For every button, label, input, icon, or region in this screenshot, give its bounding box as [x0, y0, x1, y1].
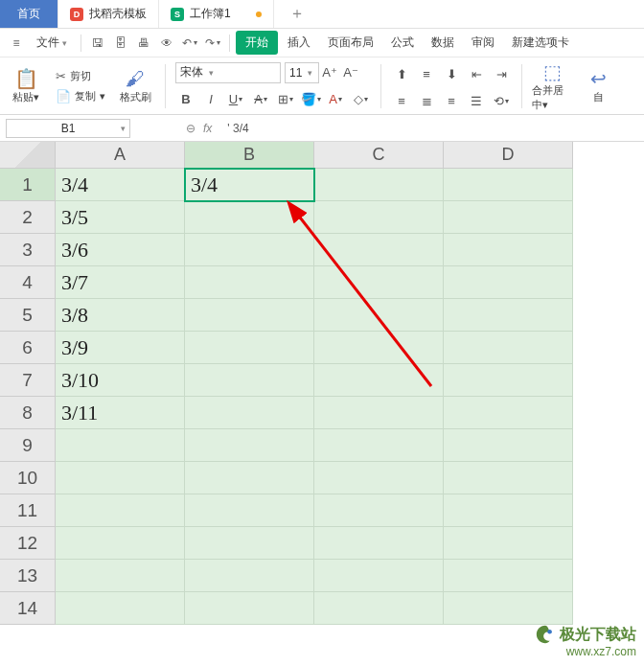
row-header-10[interactable]: 10: [0, 462, 56, 494]
cell-D3[interactable]: [444, 234, 573, 266]
row-header-6[interactable]: 6: [0, 332, 56, 364]
col-header-A[interactable]: A: [56, 142, 185, 169]
row-header-2[interactable]: 2: [0, 201, 56, 234]
print-preview-icon[interactable]: 👁: [156, 33, 177, 54]
row-header-11[interactable]: 11: [0, 494, 56, 527]
strikethrough-button[interactable]: A: [250, 89, 271, 110]
cell-A4[interactable]: 3/7: [56, 266, 185, 299]
save-icon[interactable]: 🖫: [87, 33, 108, 54]
cell-B1[interactable]: 3/4: [185, 169, 314, 201]
menu-start[interactable]: 开始: [236, 31, 278, 55]
cell-D7[interactable]: [444, 364, 573, 397]
align-middle-button[interactable]: ≡: [416, 64, 437, 85]
align-center-button[interactable]: ≣: [416, 91, 437, 112]
cell-A6[interactable]: 3/9: [56, 332, 185, 364]
cell-C14[interactable]: [314, 592, 444, 625]
auto-wrap-button[interactable]: ↩ 自: [578, 67, 618, 104]
cell-B9[interactable]: [185, 429, 314, 462]
format-painter-button[interactable]: 🖌 格式刷: [115, 68, 155, 104]
cell-D14[interactable]: [444, 592, 573, 625]
font-color-button[interactable]: A: [325, 89, 346, 110]
cell-B14[interactable]: [185, 592, 314, 625]
app-menu-icon[interactable]: ≡: [6, 33, 27, 54]
undo-icon[interactable]: ↶: [179, 33, 200, 54]
cell-D1[interactable]: [444, 169, 573, 201]
cell-A2[interactable]: 3/5: [56, 201, 185, 234]
cell-A5[interactable]: 3/8: [56, 299, 185, 332]
row-header-5[interactable]: 5: [0, 299, 56, 332]
cell-C1[interactable]: [314, 169, 444, 201]
increase-font-button[interactable]: A⁺: [319, 62, 340, 83]
underline-button[interactable]: U: [225, 89, 246, 110]
row-header-4[interactable]: 4: [0, 266, 56, 299]
formula-input[interactable]: ' 3/4: [219, 122, 638, 135]
cell-D5[interactable]: [444, 299, 573, 332]
cell-B10[interactable]: [185, 462, 314, 494]
menu-formulas[interactable]: 公式: [383, 31, 422, 55]
cell-B12[interactable]: [185, 527, 314, 560]
cell-A11[interactable]: [56, 494, 185, 527]
col-header-D[interactable]: D: [444, 142, 573, 169]
cell-C4[interactable]: [314, 266, 444, 299]
cell-C2[interactable]: [314, 201, 444, 234]
cell-C10[interactable]: [314, 462, 444, 494]
cell-A12[interactable]: [56, 527, 185, 560]
cell-A14[interactable]: [56, 592, 185, 625]
file-menu[interactable]: 文件: [29, 31, 75, 55]
cell-A1[interactable]: 3/4: [56, 169, 185, 201]
menu-review[interactable]: 审阅: [464, 31, 502, 55]
row-header-12[interactable]: 12: [0, 527, 56, 560]
clear-format-button[interactable]: ◇: [350, 89, 371, 110]
indent-left-button[interactable]: ⇤: [466, 64, 487, 85]
cell-A8[interactable]: 3/11: [56, 397, 185, 429]
font-name-select[interactable]: 宋体: [175, 62, 281, 83]
cell-C8[interactable]: [314, 397, 444, 429]
name-box[interactable]: B1: [6, 119, 130, 138]
row-header-3[interactable]: 3: [0, 234, 56, 266]
cell-C6[interactable]: [314, 332, 444, 364]
cell-B5[interactable]: [185, 299, 314, 332]
cell-B6[interactable]: [185, 332, 314, 364]
cell-D10[interactable]: [444, 462, 573, 494]
cell-D9[interactable]: [444, 429, 573, 462]
save-as-icon[interactable]: 🗄: [110, 33, 131, 54]
cell-A7[interactable]: 3/10: [56, 364, 185, 397]
fill-color-button[interactable]: 🪣: [300, 89, 321, 110]
row-header-7[interactable]: 7: [0, 364, 56, 397]
cell-B13[interactable]: [185, 560, 314, 592]
row-header-13[interactable]: 13: [0, 560, 56, 592]
cell-C5[interactable]: [314, 299, 444, 332]
menu-insert[interactable]: 插入: [280, 31, 318, 55]
border-button[interactable]: ⊞: [275, 89, 296, 110]
cell-B4[interactable]: [185, 266, 314, 299]
cell-B7[interactable]: [185, 364, 314, 397]
align-bottom-button[interactable]: ⬇: [441, 64, 462, 85]
cell-C3[interactable]: [314, 234, 444, 266]
cell-B3[interactable]: [185, 234, 314, 266]
orientation-button[interactable]: ⟲: [491, 91, 512, 112]
cell-A13[interactable]: [56, 560, 185, 592]
menu-new-tab[interactable]: 新建选项卡: [504, 31, 577, 55]
cell-A9[interactable]: [56, 429, 185, 462]
align-left-button[interactable]: ≡: [391, 91, 412, 112]
align-right-button[interactable]: ≡: [441, 91, 462, 112]
cell-D12[interactable]: [444, 527, 573, 560]
cell-D11[interactable]: [444, 494, 573, 527]
tab-workbook[interactable]: S 工作簿1: [159, 0, 274, 28]
row-header-14[interactable]: 14: [0, 592, 56, 625]
cancel-icon[interactable]: ⊖: [186, 122, 196, 135]
merge-center-button[interactable]: ⬚ 合并居中▾: [532, 60, 572, 112]
cell-A3[interactable]: 3/6: [56, 234, 185, 266]
cell-B11[interactable]: [185, 494, 314, 527]
font-size-select[interactable]: 11: [285, 62, 319, 83]
menu-data[interactable]: 数据: [424, 31, 462, 55]
bold-button[interactable]: B: [175, 89, 196, 110]
tab-template[interactable]: D 找稻壳模板: [58, 0, 159, 28]
redo-icon[interactable]: ↷: [202, 33, 223, 54]
cell-C7[interactable]: [314, 364, 444, 397]
copy-button[interactable]: 📄复制▾: [52, 87, 109, 105]
distribute-button[interactable]: ☰: [466, 91, 487, 112]
cell-C9[interactable]: [314, 429, 444, 462]
cell-C13[interactable]: [314, 560, 444, 592]
row-header-1[interactable]: 1: [0, 169, 56, 201]
